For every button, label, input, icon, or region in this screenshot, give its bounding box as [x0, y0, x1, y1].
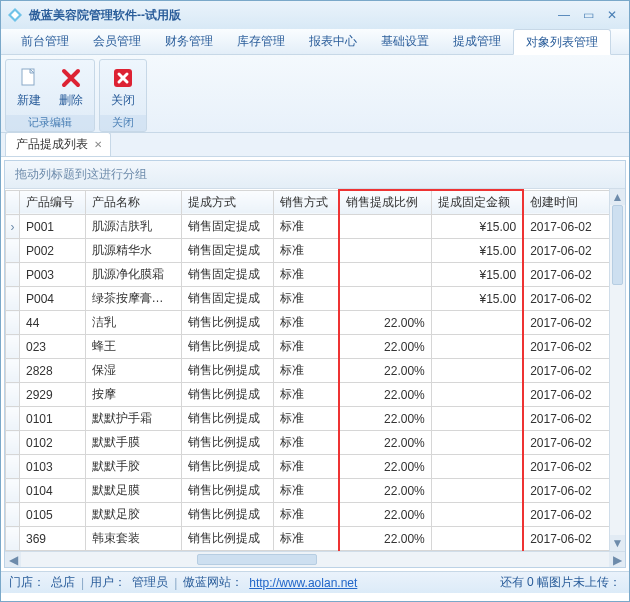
table-cell[interactable]: P003 — [19, 263, 85, 287]
table-cell[interactable]: 绿色芭蒂茶… — [85, 551, 182, 552]
horizontal-scrollbar[interactable]: ◀ ▶ — [5, 551, 625, 567]
table-cell[interactable]: 默默手膜 — [85, 431, 182, 455]
table-row[interactable]: 0104默默足膜销售比例提成标准22.00%2017-06-022017-06-… — [6, 479, 626, 503]
table-row[interactable]: ›P001肌源洁肤乳销售固定提成标准¥15.002017-06-022017-0… — [6, 215, 626, 239]
column-header[interactable]: 提成固定金额 — [431, 190, 523, 215]
table-cell[interactable] — [431, 311, 523, 335]
table-row[interactable]: P002肌源精华水销售固定提成标准¥15.002017-06-022017-06… — [6, 239, 626, 263]
table-cell[interactable]: 2017-06-02 — [523, 215, 609, 239]
table-cell[interactable]: 22.00% — [339, 407, 431, 431]
table-cell[interactable]: 默默足膜 — [85, 479, 182, 503]
table-cell[interactable] — [431, 527, 523, 551]
table-cell[interactable]: 标准 — [273, 263, 339, 287]
table-cell[interactable]: 销售比例提成 — [182, 311, 273, 335]
window-close-button[interactable]: ✕ — [601, 6, 623, 24]
table-cell[interactable] — [431, 431, 523, 455]
grid-scroll-area[interactable]: 产品编号产品名称提成方式销售方式销售提成比例提成固定金额创建时间修改时间›P00… — [5, 189, 625, 551]
table-cell[interactable]: 肌源精华水 — [85, 239, 182, 263]
menu-item[interactable]: 会员管理 — [81, 29, 153, 54]
doc-tab-product-commission[interactable]: 产品提成列表 ✕ — [5, 132, 111, 156]
table-cell[interactable]: 标准 — [273, 359, 339, 383]
table-cell[interactable]: 默默护手霜 — [85, 407, 182, 431]
table-cell[interactable] — [431, 407, 523, 431]
table-cell[interactable]: 标准 — [273, 311, 339, 335]
table-cell[interactable]: 销售固定提成 — [182, 215, 273, 239]
status-site-link[interactable]: http://www.aolan.net — [249, 576, 357, 590]
table-cell[interactable]: 标准 — [273, 527, 339, 551]
table-row[interactable]: 0102默默手膜销售比例提成标准22.00%2017-06-022017-06-… — [6, 431, 626, 455]
table-cell[interactable] — [431, 551, 523, 552]
table-cell[interactable] — [339, 239, 431, 263]
table-cell[interactable]: 22.00% — [339, 527, 431, 551]
table-cell[interactable]: 0104 — [19, 479, 85, 503]
table-cell[interactable]: ¥15.00 — [431, 287, 523, 311]
hscroll-track[interactable] — [21, 552, 609, 567]
table-cell[interactable]: 2017-06-02 — [523, 263, 609, 287]
table-cell[interactable]: 0105 — [19, 503, 85, 527]
doc-tab-close-icon[interactable]: ✕ — [94, 139, 102, 150]
menu-item[interactable]: 报表中心 — [297, 29, 369, 54]
table-row[interactable]: 023蜂王销售比例提成标准22.00%2017-06-022017-06-0 — [6, 335, 626, 359]
table-row[interactable]: 0101默默护手霜销售比例提成标准22.00%2017-06-022017-06… — [6, 407, 626, 431]
table-cell[interactable]: 销售比例提成 — [182, 407, 273, 431]
table-cell[interactable]: 2017-06-02 — [523, 383, 609, 407]
table-cell[interactable]: 22.00% — [339, 431, 431, 455]
menu-item[interactable]: 财务管理 — [153, 29, 225, 54]
column-header[interactable]: 创建时间 — [523, 190, 609, 215]
table-cell[interactable]: 标准 — [273, 335, 339, 359]
table-cell[interactable] — [431, 335, 523, 359]
table-row[interactable]: 369韩束套装销售比例提成标准22.00%2017-06-022017-06-0 — [6, 527, 626, 551]
table-cell[interactable]: 44 — [19, 311, 85, 335]
table-cell[interactable]: ¥15.00 — [431, 263, 523, 287]
table-cell[interactable] — [431, 479, 523, 503]
menu-item[interactable]: 对象列表管理 — [513, 29, 611, 55]
group-by-hint[interactable]: 拖动列标题到这进行分组 — [5, 161, 625, 189]
table-cell[interactable]: 销售固定提成 — [182, 239, 273, 263]
table-cell[interactable]: 销售比例提成 — [182, 503, 273, 527]
scroll-left-icon[interactable]: ◀ — [5, 552, 21, 567]
table-cell[interactable]: 销售比例提成 — [182, 455, 273, 479]
table-cell[interactable] — [431, 359, 523, 383]
table-cell[interactable] — [431, 383, 523, 407]
new-button[interactable]: 新建 — [9, 63, 49, 112]
column-header[interactable]: 产品名称 — [85, 190, 182, 215]
table-cell[interactable] — [431, 455, 523, 479]
scroll-up-icon[interactable]: ▲ — [610, 189, 625, 205]
table-cell[interactable] — [339, 287, 431, 311]
close-button[interactable]: 关闭 — [103, 63, 143, 112]
table-cell[interactable]: 2017-06-02 — [523, 455, 609, 479]
table-cell[interactable]: 2017-06-02 — [523, 527, 609, 551]
table-cell[interactable]: 2017-06-02 — [523, 287, 609, 311]
maximize-button[interactable]: ▭ — [577, 6, 599, 24]
table-cell[interactable] — [339, 263, 431, 287]
table-cell[interactable]: 2017-06-02 — [523, 431, 609, 455]
table-cell[interactable]: P001 — [19, 215, 85, 239]
table-cell[interactable]: 销售比例提成 — [182, 383, 273, 407]
table-cell[interactable]: P004 — [19, 287, 85, 311]
minimize-button[interactable]: — — [553, 6, 575, 24]
table-cell[interactable]: 2017-06-02 — [523, 503, 609, 527]
scroll-track[interactable] — [610, 205, 625, 535]
table-cell[interactable]: 标准 — [273, 239, 339, 263]
table-cell[interactable]: P002 — [19, 239, 85, 263]
table-cell[interactable]: 0102 — [19, 431, 85, 455]
menu-item[interactable]: 提成管理 — [441, 29, 513, 54]
table-cell[interactable]: 22.00% — [339, 311, 431, 335]
table-cell[interactable]: 销售固定提成 — [182, 287, 273, 311]
table-cell[interactable]: A00001 — [19, 551, 85, 552]
scroll-down-icon[interactable]: ▼ — [610, 535, 625, 551]
table-cell[interactable]: 22.00% — [339, 551, 431, 552]
table-cell[interactable]: 按摩 — [85, 383, 182, 407]
table-row[interactable]: 44洁乳销售比例提成标准22.00%2017-06-022017-06-0 — [6, 311, 626, 335]
table-row[interactable]: P003肌源净化膜霜销售固定提成标准¥15.002017-06-022017-0… — [6, 263, 626, 287]
table-cell[interactable]: 2017-06-02 — [523, 359, 609, 383]
table-cell[interactable]: 22.00% — [339, 335, 431, 359]
table-cell[interactable]: 洁乳 — [85, 311, 182, 335]
delete-button[interactable]: 删除 — [51, 63, 91, 112]
vertical-scrollbar[interactable]: ▲ ▼ — [609, 189, 625, 551]
column-header[interactable]: 销售提成比例 — [339, 190, 431, 215]
menu-item[interactable]: 前台管理 — [9, 29, 81, 54]
table-cell[interactable]: 2017-06-02 — [523, 311, 609, 335]
table-cell[interactable]: 韩束套装 — [85, 527, 182, 551]
column-header[interactable]: 提成方式 — [182, 190, 273, 215]
